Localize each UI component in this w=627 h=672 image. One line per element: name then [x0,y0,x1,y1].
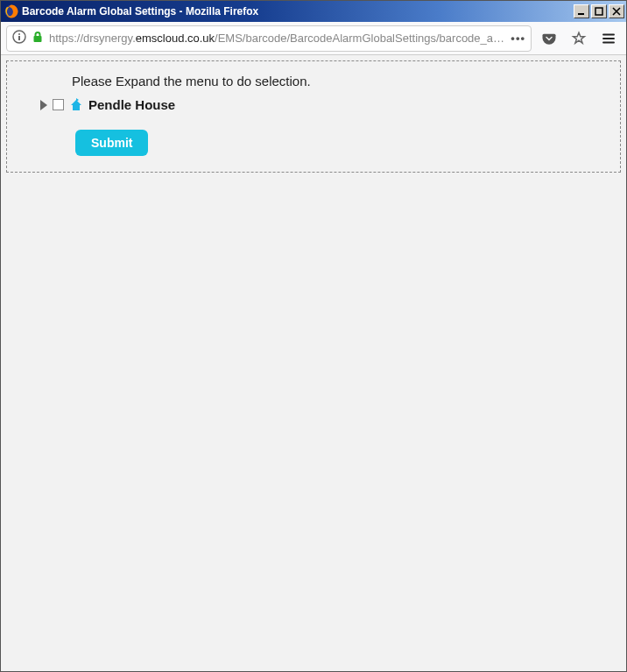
expand-triangle-icon[interactable] [40,100,47,110]
url-bar[interactable]: https://drsynergy.emscloud.co.uk/EMS/bar… [6,25,532,52]
submit-button[interactable]: Submit [75,130,148,156]
minimize-button[interactable] [574,4,589,18]
close-button[interactable] [609,4,624,18]
svg-rect-5 [18,36,20,40]
svg-rect-2 [595,8,602,15]
window-controls [574,4,624,18]
pocket-icon[interactable] [537,26,561,51]
window-titlebar: Barcode Alarm Global Settings - Mozilla … [1,1,626,22]
browser-toolbar: https://drsynergy.emscloud.co.uk/EMS/bar… [1,22,626,55]
instruction-text: Please Expand the menu to do selection. [72,74,602,88]
settings-panel: Please Expand the menu to do selection. … [6,60,621,173]
svg-point-4 [18,33,20,35]
bookmark-star-icon[interactable] [567,26,591,51]
url-text: https://drsynergy.emscloud.co.uk/EMS/bar… [49,32,505,45]
house-icon [69,98,83,112]
tree-root-label[interactable]: Pendle House [88,97,175,112]
more-actions-icon[interactable]: ••• [511,32,525,45]
firefox-icon [4,4,18,18]
window-title: Barcode Alarm Global Settings - Mozilla … [22,5,574,18]
tree-checkbox[interactable] [53,99,64,110]
lock-icon[interactable] [32,31,44,46]
site-info-icon[interactable] [12,30,26,46]
svg-rect-1 [578,13,584,15]
hamburger-menu-icon[interactable] [596,26,621,51]
svg-rect-6 [34,36,42,42]
tree-root-row: Pendle House [40,97,602,112]
page-content: Please Expand the menu to do selection. … [1,55,626,671]
maximize-button[interactable] [591,4,607,18]
